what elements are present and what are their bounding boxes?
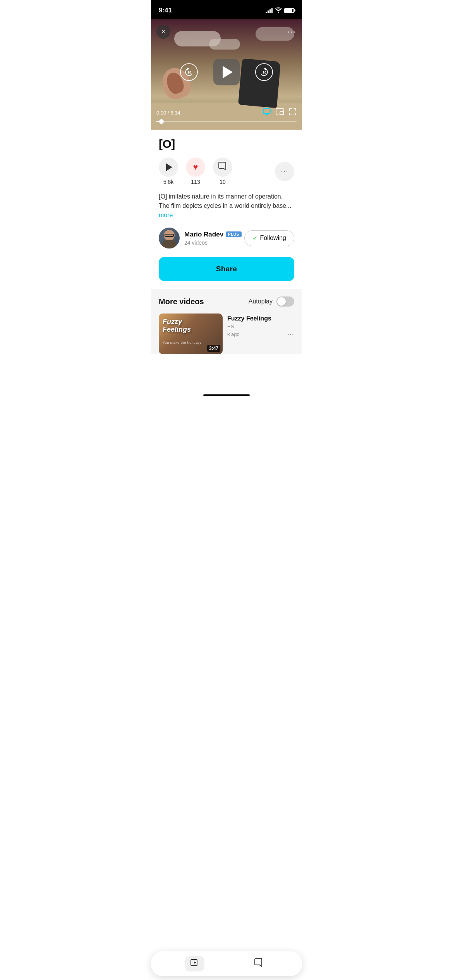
video-description: [O] imitates nature in its manner of ope… <box>159 192 294 220</box>
play-count: 5.8k <box>163 179 173 185</box>
video-card[interactable]: FuzzyFeelings You make the holidays 3:47… <box>159 314 294 354</box>
status-bar: 9:41 <box>151 0 302 19</box>
video-right-icons <box>263 108 297 118</box>
video-card-time: k ago <box>227 331 240 337</box>
autoplay-row: Autoplay <box>249 296 294 307</box>
status-icons <box>266 7 294 14</box>
svg-text:10: 10 <box>187 70 191 74</box>
comment-count: 10 <box>220 179 226 185</box>
video-timestamp: 0:00 / 6:34 <box>156 110 180 116</box>
video-title: [O] <box>159 137 294 151</box>
more-videos-section: More videos Autoplay FuzzyFeelings You m… <box>151 289 302 354</box>
svg-rect-2 <box>263 109 270 113</box>
creator-name-row: Mario Radev PLUS <box>184 231 242 238</box>
progress-bar[interactable] <box>156 121 297 122</box>
video-card-meta: k ago ··· <box>227 330 294 338</box>
video-card-info: Fuzzy Feelings ES k ago ··· <box>227 314 294 338</box>
video-player[interactable]: × ··· 10 10 <box>151 19 302 130</box>
action-row: 5.8k ♥ 113 10 ··· <box>159 158 294 185</box>
video-center-controls: 10 10 <box>180 59 273 85</box>
heart-icon: ♥ <box>193 162 198 172</box>
creator-details: Mario Radev PLUS 24 videos <box>184 231 242 246</box>
play-icon-wrap <box>159 158 178 177</box>
comment-item[interactable]: 10 <box>213 158 232 185</box>
close-button[interactable]: × <box>156 25 170 39</box>
avatar-body <box>162 240 176 248</box>
video-more-button[interactable]: ··· <box>287 27 297 37</box>
creator-video-count: 24 videos <box>184 240 242 246</box>
video-card-title: Fuzzy Feelings <box>227 315 294 322</box>
following-button[interactable]: ✓ Following <box>244 230 294 246</box>
like-count: 113 <box>191 179 200 185</box>
cloud-decoration <box>209 39 240 50</box>
following-label: Following <box>260 235 286 242</box>
thumbnail-sub: You make the holidays <box>163 341 202 344</box>
more-options-button[interactable]: ··· <box>275 162 294 181</box>
content-area: [O] 5.8k ♥ 113 10 ··· <box>151 130 302 248</box>
share-button[interactable]: Share <box>159 257 294 281</box>
skip-forward-circle: 10 <box>255 63 273 81</box>
thumbnail-text: FuzzyFeelings <box>163 318 191 334</box>
status-time: 9:41 <box>159 7 172 14</box>
avatar-glasses <box>165 234 174 237</box>
creator-row: Mario Radev PLUS 24 videos ✓ Following <box>159 228 294 248</box>
play-button[interactable] <box>213 59 240 85</box>
pip-icon[interactable] <box>276 108 284 117</box>
creator-avatar[interactable] <box>159 228 180 248</box>
wifi-icon <box>275 7 282 14</box>
check-icon: ✓ <box>252 235 257 242</box>
more-videos-header: More videos Autoplay <box>159 296 294 307</box>
signal-icon <box>266 8 273 13</box>
skip-forward-button[interactable]: 10 <box>255 63 273 81</box>
more-videos-title: More videos <box>159 297 204 306</box>
comment-icon <box>218 161 227 173</box>
video-card-subtext: ES <box>227 324 294 329</box>
like-icon-wrap: ♥ <box>186 158 205 177</box>
comment-icon-wrap <box>213 158 232 177</box>
svg-rect-4 <box>280 111 283 114</box>
skip-back-button[interactable]: 10 <box>180 63 198 81</box>
video-card-more-button[interactable]: ··· <box>287 330 294 338</box>
progress-thumb[interactable] <box>159 119 164 124</box>
skip-back-circle: 10 <box>180 63 198 81</box>
play-count-icon <box>166 163 172 171</box>
video-top-controls: × ··· <box>156 25 297 39</box>
autoplay-toggle[interactable] <box>276 296 294 307</box>
video-duration: 3:47 <box>207 345 220 352</box>
battery-icon <box>284 8 294 13</box>
play-count-item[interactable]: 5.8k <box>159 158 178 185</box>
creator-info-left: Mario Radev PLUS 24 videos <box>159 228 242 248</box>
video-bottom-controls: 0:00 / 6:34 <box>156 108 297 122</box>
fullscreen-icon[interactable] <box>289 108 297 118</box>
like-item[interactable]: ♥ 113 <box>186 158 205 185</box>
airplay-icon[interactable] <box>263 108 271 117</box>
play-icon <box>223 66 233 78</box>
read-more-link[interactable]: more <box>159 212 173 218</box>
share-section: Share <box>151 257 302 289</box>
video-time-row: 0:00 / 6:34 <box>156 108 297 118</box>
plus-badge: PLUS <box>226 231 242 237</box>
svg-text:10: 10 <box>263 70 266 74</box>
video-thumbnail: FuzzyFeelings You make the holidays 3:47 <box>159 314 223 354</box>
home-indicator <box>203 394 250 396</box>
toggle-thumb <box>277 297 286 306</box>
creator-name: Mario Radev <box>184 231 223 238</box>
progress-fill <box>156 121 159 122</box>
autoplay-label: Autoplay <box>249 298 273 305</box>
